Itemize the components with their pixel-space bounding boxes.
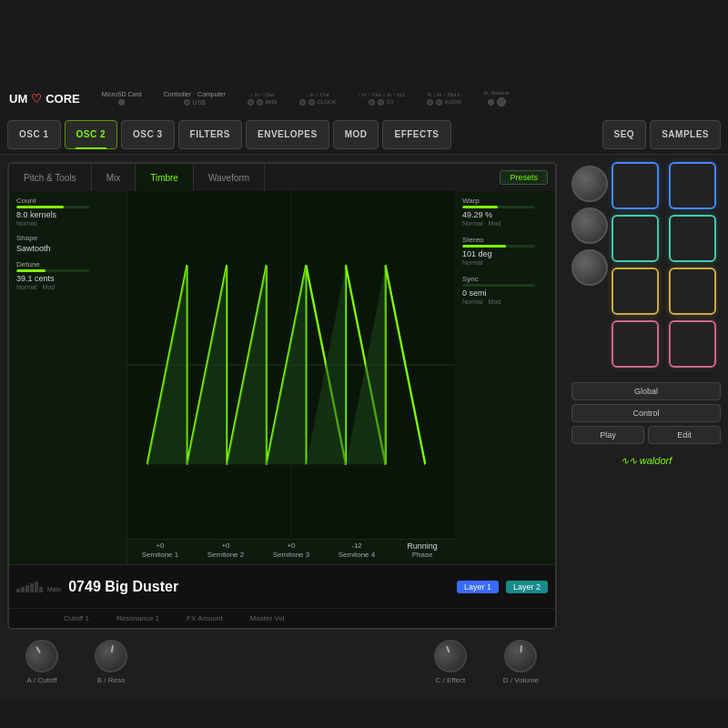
vertical-knob-1[interactable] <box>571 166 608 202</box>
sync-param: Sync 0 semi Normal Mod <box>462 275 548 305</box>
cy-port: ↓ In ↑ Out ↓ In ↑ tx2 CY <box>358 92 404 106</box>
global-button[interactable]: Global <box>571 382 721 400</box>
right-section: Global Control Play Edit ∿∿ waldorf <box>564 155 728 701</box>
semitone-3: +0 Semitone 3 <box>258 541 324 559</box>
nav-btn-osc3[interactable]: OSC 3 <box>121 120 175 149</box>
microsd-jack <box>118 99 125 106</box>
knob-d-volume[interactable] <box>503 638 539 673</box>
waldorf-logo: ∿∿ waldorf <box>571 455 721 467</box>
right-layout <box>571 162 721 368</box>
nav-btn-osc1[interactable]: OSC 1 <box>7 120 61 149</box>
midi-port: ↓ In ↑ Out MIDI <box>248 92 278 106</box>
knobs-row: A / Cutoff B / Reso C / Effect D / Volum… <box>7 630 557 693</box>
brand-heart: ♡ <box>31 92 42 106</box>
phase-cell: Running Phase <box>389 541 455 559</box>
preset-name: 0749 Big Duster <box>68 579 450 595</box>
count-param: Count 8.0 kernels Normal <box>16 197 119 227</box>
brand-logo: UM ♡ CORE <box>9 92 80 106</box>
nav-btn-effects[interactable]: EFFECTS <box>382 120 450 149</box>
mini-bar-6 <box>39 587 43 592</box>
sync-bar <box>462 284 535 287</box>
tab-mix[interactable]: Mix <box>92 164 136 191</box>
control-button[interactable]: Control <box>571 404 721 422</box>
mini-bar-5 <box>35 581 38 592</box>
detune-param: Detune 39.1 cents Normal Mod <box>16 260 119 290</box>
pad-7[interactable] <box>612 320 659 368</box>
warp-fill <box>462 206 498 208</box>
screen-content: Count 8.0 kernels Normal Shape Sawtooth <box>9 191 555 564</box>
screen-section: Pitch & Tools Mix Timbre Waveform Preset… <box>0 155 564 701</box>
mini-bars: Main <box>16 581 61 592</box>
semitone-row: +0 Semitone 1 +0 Semitone 2 +0 Semitone … <box>127 539 455 564</box>
clock-in-jack <box>299 99 306 106</box>
top-header: UM ♡ CORE MicroSD Card Controller Comput… <box>0 82 728 115</box>
volume-knob-small[interactable] <box>497 97 506 106</box>
headphone-jack <box>488 99 494 106</box>
nav-btn-mod[interactable]: MOD <box>333 120 379 149</box>
play-button[interactable]: Play <box>571 426 644 444</box>
vertical-knobs <box>571 162 608 368</box>
audio-port: R ↓ In ↑ Out L AUDIO <box>427 92 462 106</box>
layer2-button[interactable]: Layer 2 <box>506 581 548 593</box>
shape-param: Shape Sawtooth <box>16 234 119 253</box>
audio-l-jack <box>436 99 442 106</box>
clock-out-jack <box>308 99 315 106</box>
play-edit-buttons: Play Edit <box>571 426 721 444</box>
knob-b-group: B / Reso <box>95 640 127 684</box>
main-area: Pitch & Tools Mix Timbre Waveform Preset… <box>0 155 728 701</box>
nav-btn-seq[interactable]: SEQ <box>602 120 647 149</box>
cy-jack2 <box>378 99 384 106</box>
nav-row: OSC 1 OSC 2 OSC 3 FILTERS ENVELOPES MOD … <box>0 115 728 155</box>
mini-bar-4 <box>30 583 34 592</box>
clock-port: ↓ In ↑ Out CLOCK <box>299 92 337 106</box>
count-bar <box>16 206 89 208</box>
knob-c-effect[interactable] <box>430 634 471 676</box>
knob-c-group: C / Effect <box>434 640 467 684</box>
nav-btn-samples[interactable]: SAMPLES <box>650 120 721 149</box>
mini-bar-3 <box>25 585 29 592</box>
screen: Pitch & Tools Mix Timbre Waveform Preset… <box>7 162 557 630</box>
brand-name: UM <box>9 92 27 106</box>
knob-a-group: A / Cutoff <box>25 640 58 684</box>
semitone-2: +0 Semitone 2 <box>193 541 258 559</box>
pads-grid <box>612 162 721 368</box>
pad-8[interactable] <box>669 320 716 368</box>
tab-waveform[interactable]: Waveform <box>194 164 265 191</box>
tab-timbre[interactable]: Timbre <box>136 164 194 191</box>
tab-pitch-tools[interactable]: Pitch & Tools <box>9 164 92 191</box>
usb-port: Controller Computer USB <box>164 91 226 106</box>
microsd-port: MicroSD Card <box>102 91 142 106</box>
stereo-fill <box>462 245 506 248</box>
knob-b-reso[interactable] <box>92 637 130 675</box>
screen-tabs: Pitch & Tools Mix Timbre Waveform Preset… <box>9 164 555 191</box>
pad-3[interactable] <box>612 215 659 262</box>
cy-jack1 <box>369 99 375 106</box>
mini-bar-2 <box>21 587 25 592</box>
headphone-port: In Volume <box>484 90 510 106</box>
semitone-4: -12 Semitone 4 <box>324 541 389 559</box>
midi-out-jack <box>257 99 263 106</box>
usb-jack <box>184 99 190 106</box>
bottom-params-row: Cutoff 1 Resonance 1 FX Amount Master Vo… <box>9 608 555 628</box>
detune-bar <box>16 269 89 272</box>
stereo-bar <box>462 245 535 248</box>
pad-4[interactable] <box>669 215 716 262</box>
knob-d-group: D / Volume <box>503 640 539 684</box>
vertical-knob-2[interactable] <box>571 207 608 244</box>
knob-a-cutoff[interactable] <box>19 633 64 678</box>
nav-btn-osc2[interactable]: OSC 2 <box>65 120 118 149</box>
pad-1[interactable] <box>612 162 659 209</box>
layer1-button[interactable]: Layer 1 <box>457 581 499 593</box>
pad-6[interactable] <box>669 268 716 315</box>
detune-fill <box>16 269 46 272</box>
nav-btn-envelopes[interactable]: ENVELOPES <box>246 120 329 149</box>
pad-5[interactable] <box>612 268 659 315</box>
stereo-param: Stereo 101 deg Normal <box>462 236 548 266</box>
info-bar: Main 0749 Big Duster Layer 1 Layer 2 <box>9 564 555 608</box>
warp-bar <box>462 206 535 208</box>
edit-button[interactable]: Edit <box>648 426 721 444</box>
vertical-knob-3[interactable] <box>571 249 608 286</box>
nav-btn-filters[interactable]: FILTERS <box>178 120 242 149</box>
presets-button[interactable]: Presets <box>500 170 548 185</box>
pad-2[interactable] <box>669 162 716 209</box>
